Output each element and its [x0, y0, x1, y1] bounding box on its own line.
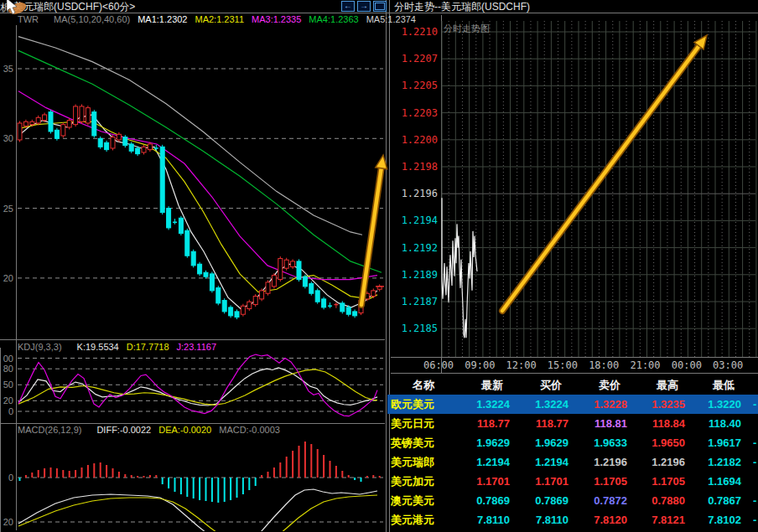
ma-value: TWR [18, 14, 39, 24]
quote-cell: 1.1701 [444, 472, 510, 491]
quote-cell: 1.9633 [562, 433, 627, 452]
kline-candles [18, 104, 384, 319]
svg-text:00:00: 00:00 [672, 359, 702, 371]
svg-text:1.2203: 1.2203 [402, 107, 438, 119]
quote-header-cell[interactable]: 最新 [438, 375, 503, 395]
ma-indicator-readout: TWRMA(5,10,20,40,60)MA1:1.2302MA2:1.2311… [18, 14, 423, 24]
quote-cell: 7.8102 [676, 510, 741, 529]
quote-cell: 7.8110 [444, 510, 510, 529]
svg-text:20: 20 [3, 395, 13, 405]
ma-value: MA(5,10,20,40,60) [54, 14, 130, 24]
ma-value: MA2:1.2311 [195, 14, 245, 24]
quote-row-欧元美元[interactable]: 欧元美元1.32241.32241.32281.32351.3220- [387, 395, 758, 414]
macd-histogram [20, 442, 380, 503]
quotes-header-row: 名称最新买价卖价最高最低 [387, 375, 758, 395]
quote-cell: 1.3224 [444, 395, 510, 414]
quote-row-美元港元[interactable]: 美元港元7.81107.81107.81207.81217.8102- [387, 510, 758, 529]
quote-cell: 0.7869 [444, 491, 510, 510]
svg-text:12:00: 12:00 [506, 359, 537, 371]
quote-cell: 1.2194 [444, 452, 510, 472]
quote-cell: 118.81 [562, 414, 627, 433]
kdj-grid: 008050200 [3, 354, 383, 417]
quote-cell: 1.1701 [503, 472, 568, 491]
svg-text:1.2196: 1.2196 [402, 188, 438, 199]
svg-text:18:00: 18:00 [589, 359, 619, 371]
quote-header-cell[interactable]: 最低 [669, 375, 735, 395]
svg-text:1.2192: 1.2192 [402, 242, 438, 254]
tick-trend-arrow-icon [502, 35, 707, 311]
tick-grid: 1.22101.22071.22051.22031.22001.21981.21… [402, 21, 756, 371]
svg-text:1.2198: 1.2198 [402, 161, 438, 173]
quote-pair-name: 美元港元 [391, 510, 434, 529]
ma-value: MA1:1.2302 [138, 14, 187, 24]
macd-value: DIFF:-0.0022 [96, 425, 151, 435]
quote-header-cell[interactable]: 名称 [413, 375, 434, 395]
svg-text:80: 80 [3, 364, 13, 374]
quote-pair-name: 英镑美元 [391, 433, 434, 452]
svg-text:20: 20 [3, 517, 13, 527]
quote-cell: 1.2196 [562, 452, 627, 472]
svg-text:06:00: 06:00 [423, 359, 454, 371]
ma-value: MA4:1.2363 [309, 14, 358, 24]
svg-text:1.2207: 1.2207 [402, 53, 438, 65]
quotes-table: 名称最新买价卖价最高最低欧元美元1.32241.32241.32281.3235… [387, 375, 758, 532]
quote-cell: 0.7869 [503, 491, 568, 510]
kline-trend-arrow-icon [361, 155, 387, 305]
quote-cell: 1.1694 [676, 472, 741, 491]
quote-trailing-fragment: - [753, 433, 758, 452]
quote-cell: 0.7867 [676, 491, 741, 510]
quote-trailing-fragment: - [753, 452, 758, 472]
svg-text:1.2187: 1.2187 [402, 296, 438, 307]
quote-row-美元日元[interactable]: 美元日元118.77118.77118.81118.84118.40 [387, 414, 758, 433]
quote-cell: 1.3228 [562, 395, 627, 414]
quote-header-cell[interactable]: 卖价 [555, 375, 620, 395]
ma-value: MA5:1.2374 [366, 14, 416, 24]
quote-cell: 7.8120 [562, 510, 627, 529]
quote-pair-name: 美元日元 [391, 414, 434, 433]
quote-header-cell[interactable]: 买价 [496, 375, 562, 395]
quote-row-美元加元[interactable]: 美元加元1.17011.17011.17051.17051.1694 [387, 472, 758, 491]
svg-text:15:00: 15:00 [548, 359, 578, 371]
quote-cell: 1.9629 [444, 433, 510, 452]
svg-text:25: 25 [3, 204, 13, 214]
tick-titlebar: 分时走势--美元瑞郎(USDCHF) [387, 0, 758, 13]
svg-text:30: 30 [3, 133, 13, 143]
quote-trailing-fragment: - [753, 510, 758, 529]
quote-cell: 1.3224 [503, 395, 568, 414]
macd-value: MACD(26,12,9) [18, 425, 81, 435]
quote-cell: 7.8110 [503, 510, 568, 529]
svg-text:50: 50 [3, 380, 13, 390]
kdj-value: D:17.7718 [127, 342, 169, 352]
svg-text:1.2210: 1.2210 [402, 26, 438, 38]
svg-text:1.2205: 1.2205 [402, 80, 438, 91]
kdj-indicator-readout: KDJ(9,3,3)K:19.5534D:17.7718J:23.1167 [18, 342, 224, 352]
nav-back-button[interactable]: ← [341, 1, 355, 12]
pane-splitter[interactable] [385, 0, 390, 532]
quote-row-美元瑞郎[interactable]: 美元瑞郎1.21941.21941.21961.21961.2182- [387, 452, 758, 472]
kdj-value: KDJ(9,3,3) [18, 342, 62, 352]
macd-value: DEA:-0.0020 [158, 425, 211, 435]
svg-text:03:00: 03:00 [713, 359, 743, 371]
quote-row-英镑美元[interactable]: 英镑美元1.96291.96291.96331.96501.9617- [387, 433, 758, 452]
kdj-value: K:19.5534 [77, 342, 119, 352]
quote-cell: 118.77 [503, 414, 568, 433]
quote-row-澳元美元[interactable]: 澳元美元0.78690.78690.78720.78800.7867- [387, 491, 758, 510]
quote-cell: 1.3220 [676, 395, 741, 414]
kdj-lines [18, 354, 377, 416]
tick-title: 分时走势--美元瑞郎(USDCHF) [394, 1, 530, 13]
quote-cell: 1.9629 [503, 433, 568, 452]
macd-indicator-readout: MACD(26,12,9)DIFF:-0.0022DEA:-0.0020MACD… [18, 425, 288, 435]
quote-cell: 1.9617 [676, 433, 741, 452]
svg-text:1.2200: 1.2200 [402, 134, 438, 146]
trading-app-window: 353025200080502000201.22101.22071.22051.… [0, 0, 758, 532]
quote-pair-name: 美元加元 [391, 472, 434, 491]
kline-titlebar: 析 美元瑞郎(USDCHF)<60分> ←→ [0, 0, 385, 13]
svg-text:35: 35 [3, 64, 13, 74]
quote-pair-name: 澳元美元 [391, 491, 434, 510]
quote-cell: 0.7872 [562, 491, 627, 510]
nav-forward-button[interactable]: → [357, 1, 371, 12]
svg-text:1.2189: 1.2189 [402, 269, 438, 281]
svg-text:20: 20 [3, 273, 13, 283]
quote-cell: 1.2194 [503, 452, 568, 472]
kdj-value: J:23.1167 [177, 342, 217, 352]
